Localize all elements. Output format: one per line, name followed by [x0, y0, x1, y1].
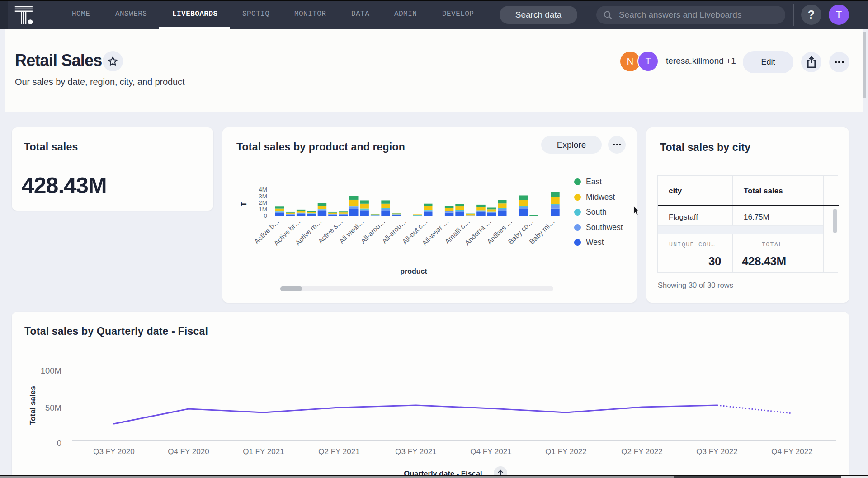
svg-text:1M: 1M	[259, 206, 267, 213]
svg-text:Q3 FY 2020: Q3 FY 2020	[93, 447, 134, 456]
svg-text:Q4 FY 2020: Q4 FY 2020	[168, 447, 209, 456]
svg-text:Q1 FY 2022: Q1 FY 2022	[545, 447, 586, 456]
svg-text:Q4 FY 2022: Q4 FY 2022	[771, 447, 812, 456]
svg-text:Q3 FY 2021: Q3 FY 2021	[395, 447, 436, 456]
svg-text:product: product	[400, 267, 427, 275]
svg-text:0: 0	[57, 438, 61, 448]
svg-text:3M: 3M	[259, 193, 267, 200]
svg-text:50M: 50M	[45, 403, 61, 412]
svg-text:2M: 2M	[259, 199, 267, 206]
svg-text:T: T	[240, 202, 248, 206]
svg-text:Q3 FY 2022: Q3 FY 2022	[696, 447, 737, 456]
svg-text:100M: 100M	[41, 366, 61, 375]
svg-text:0: 0	[264, 212, 267, 219]
svg-text:Q2 FY 2021: Q2 FY 2021	[318, 447, 359, 456]
svg-text:Q1 FY 2021: Q1 FY 2021	[243, 447, 284, 456]
svg-text:4M: 4M	[259, 186, 267, 193]
svg-text:Total sales: Total sales	[28, 386, 37, 425]
svg-text:Q4 FY 2021: Q4 FY 2021	[470, 447, 511, 456]
svg-text:Q2 FY 2022: Q2 FY 2022	[621, 447, 662, 456]
